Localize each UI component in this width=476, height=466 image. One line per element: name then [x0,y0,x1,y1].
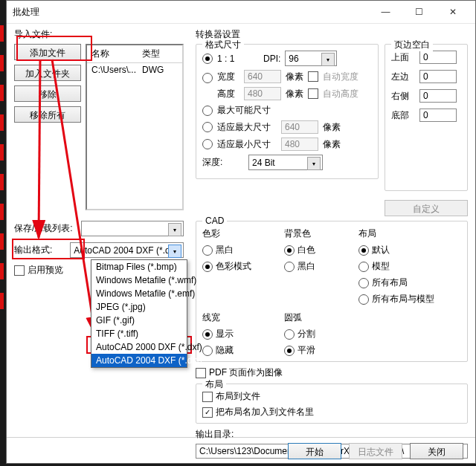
lw-hide-radio[interactable]: 隐藏 [202,344,262,357]
color-bw-radio[interactable]: 黑白 [202,244,262,256]
dropdown-item[interactable]: TIFF (*.tiff) [91,327,187,340]
dropdown-item[interactable]: JPEG (*.jpg) [91,300,187,314]
lw-show-radio[interactable]: 显示 [202,328,262,340]
log-file-button: 日志文件 [349,443,402,459]
enable-preview-checkbox[interactable]: 启用预览 [14,264,81,276]
remove-button[interactable]: 移除 [14,85,81,102]
chevron-down-icon: ▾ [307,157,321,170]
ratio-1-1-label: 1 : 1 [217,54,259,64]
auto-height-checkbox[interactable] [308,88,318,99]
dropdown-item[interactable]: AutoCAD 2000 DXF (*.dxf) [91,340,187,354]
format-size-title: 格式尺寸 [202,39,244,51]
minimize-button[interactable]: — [369,1,402,23]
close-window-button[interactable]: ✕ [436,1,469,23]
enable-preview-label: 启用预览 [28,264,63,276]
save-load-list-label: 保存/加载列表: [14,222,81,235]
output-format-value: AutoCAD 2004 DXF (*.dxf) [74,245,180,256]
chevron-down-icon: ▾ [321,53,335,66]
cell-type: DWG [138,63,176,77]
output-dir-label: 输出目录: [196,428,468,441]
chevron-down-icon: ▾ [168,245,181,258]
close-button[interactable]: 关闭 [410,443,463,459]
dropdown-item[interactable]: GIF (*.gif) [91,314,187,327]
pdf-page-image-checkbox[interactable]: PDF 页面作为图像 [196,366,468,379]
height-input[interactable] [244,87,281,100]
col-name[interactable]: 名称 [87,45,138,62]
fit-max-input[interactable] [281,120,318,134]
auto-width-checkbox[interactable] [308,71,318,82]
output-format-label: 输出格式: [14,244,70,256]
remove-all-button[interactable]: 移除所有 [14,106,81,123]
cell-name[interactable]: C:\Users\... [87,63,138,77]
format-size-group: 格式尺寸 1 : 1 DPI: 96▾ [196,44,379,179]
margins-group: 页边空白 上面 左边 右侧 底部 [385,44,468,191]
layout-model-radio[interactable]: 模型 [358,260,434,273]
fit-min-input[interactable] [281,137,318,151]
cad-group: CAD 色彩 黑白 色彩模式 背景色 白色 黑白 布 [196,221,468,362]
width-height-radio[interactable] [202,73,213,83]
layout-to-file-checkbox[interactable]: 布局到文件 [202,390,461,403]
color-model-radio[interactable]: 色彩模式 [202,260,262,273]
checkbox-icon [14,265,25,276]
bg-black-radio[interactable]: 黑白 [284,260,336,273]
dpi-select[interactable]: 96▾ [285,51,337,66]
add-folder-button[interactable]: 加入文件夹 [14,65,81,81]
col-type[interactable]: 类型 [138,45,176,62]
ratio-1-1-radio[interactable] [202,54,213,64]
output-format-dropdown[interactable]: Bitmap Files (*.bmp) Windows Metafile (*… [91,259,187,368]
layout-name-to-file-checkbox[interactable]: 把布局名加入到文件名里 [202,406,461,418]
import-file-label: 导入文件: [14,28,184,41]
add-file-button[interactable]: 添加文件 [14,44,81,60]
file-list[interactable]: 名称 类型 C:\Users\... DWG [86,44,184,210]
save-load-list-select[interactable]: ▾ [81,221,184,236]
max-possible-radio[interactable] [202,106,213,116]
dropdown-item[interactable]: Windows Metafile (*.wmf) [91,274,187,287]
fit-min-radio[interactable] [202,139,213,149]
arc-smooth-radio[interactable]: 平滑 [284,344,336,357]
window-title: 批处理 [13,6,369,19]
start-button[interactable]: 开始 [288,443,341,459]
arc-seg-radio[interactable]: 分割 [284,328,336,340]
dpi-label: DPI: [263,54,280,64]
margin-bottom-input[interactable] [419,109,457,122]
layout-group: 布局 布局到文件 把布局名加入到文件名里 [196,384,468,424]
batch-dialog: 批处理 — ☐ ✕ 导入文件: 添加文件 加入文件夹 移除 移除所有 名称 类型 [6,0,476,464]
dropdown-item-selected[interactable]: AutoCAD 2004 DXF (*.dxf) [91,354,187,367]
margin-top-input[interactable] [419,51,457,64]
dropdown-item[interactable]: Windows Metafile (*.emf) [91,287,187,300]
fit-max-radio[interactable] [202,122,213,132]
margin-left-input[interactable] [419,70,457,83]
layout-default-radio[interactable]: 默认 [358,244,434,256]
output-format-select[interactable]: AutoCAD 2004 DXF (*.dxf) ▾ [70,242,184,258]
maximize-button[interactable]: ☐ [402,1,436,23]
chevron-down-icon: ▾ [168,223,181,236]
table-row: C:\Users\... DWG [87,63,182,77]
margin-right-input[interactable] [419,89,457,103]
custom-button: 自定义 [385,200,468,216]
width-input[interactable] [244,70,281,83]
depth-select[interactable]: 24 Bit▾ [248,155,323,170]
layout-all-model-radio[interactable]: 所有布局与模型 [358,293,434,305]
dropdown-item[interactable]: Bitmap Files (*.bmp) [91,260,187,274]
bg-white-radio[interactable]: 白色 [284,244,336,256]
titlebar[interactable]: 批处理 — ☐ ✕ [7,1,475,24]
layout-all-radio[interactable]: 所有布局 [358,276,434,289]
